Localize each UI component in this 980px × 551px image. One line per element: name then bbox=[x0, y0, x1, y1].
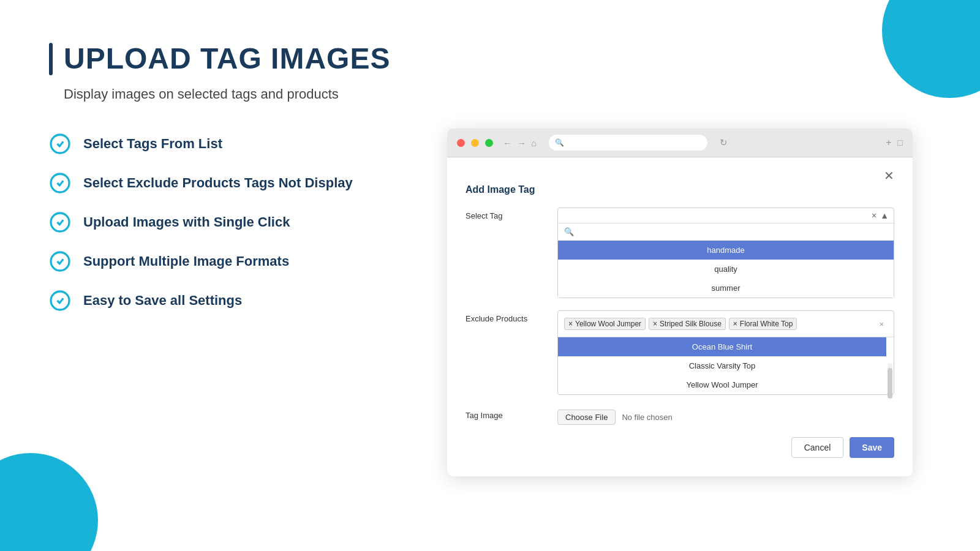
select-tag-row: Select Tag × ▲ 🔍 handmade quality summer bbox=[466, 208, 894, 298]
chip-yellow-wool-jumper: × Yellow Wool Jumper bbox=[564, 318, 646, 330]
save-button[interactable]: Save bbox=[850, 437, 894, 458]
select-tag-dropdown-container: × ▲ 🔍 handmade quality summer bbox=[557, 208, 894, 298]
modal-footer: Cancel Save bbox=[466, 437, 894, 458]
scrollbar-thumb[interactable] bbox=[888, 368, 892, 399]
no-file-text: No file chosen bbox=[622, 413, 672, 422]
feature-item-5: Easy to Save all Settings bbox=[49, 290, 392, 312]
modal-close-button[interactable]: ✕ bbox=[884, 170, 894, 182]
tag-search-box: 🔍 bbox=[558, 223, 894, 241]
select-tag-expand-btn[interactable]: ▲ bbox=[880, 211, 889, 220]
modal-content: ✕ Add Image Tag Select Tag × ▲ 🔍 handmad… bbox=[447, 157, 913, 476]
exclude-products-label: Exclude Products bbox=[466, 310, 545, 323]
tag-option-handmade[interactable]: handmade bbox=[558, 241, 894, 260]
check-icon-2 bbox=[49, 172, 71, 194]
page-subtitle: Display images on selected tags and prod… bbox=[64, 86, 392, 102]
exclude-option-ocean-blue[interactable]: Ocean Blue Shirt bbox=[558, 337, 886, 356]
select-tag-control: × ▲ 🔍 handmade quality summer bbox=[557, 208, 894, 298]
browser-search-bar[interactable]: 🔍 bbox=[549, 135, 707, 151]
browser-dot-red[interactable] bbox=[457, 139, 465, 147]
tag-option-summer[interactable]: summer bbox=[558, 279, 894, 298]
browser-dot-green[interactable] bbox=[485, 139, 493, 147]
tag-search-input[interactable] bbox=[578, 227, 888, 236]
chip-floral-white-top: × Floral White Top bbox=[729, 318, 797, 330]
modal-close-row: ✕ bbox=[466, 170, 894, 182]
tag-image-row: Tag Image Choose File No file chosen bbox=[466, 407, 894, 425]
tag-options-list: handmade quality summer bbox=[558, 241, 894, 298]
browser-mockup: ← → ⌂ 🔍 ↻ + □ ✕ Add Image Tag Select Tag… bbox=[447, 129, 913, 476]
nav-refresh-btn[interactable]: ↻ bbox=[720, 137, 728, 148]
exclude-option-classic-varsity[interactable]: Classic Varsity Top bbox=[558, 356, 886, 375]
title-accent-bar bbox=[49, 43, 53, 75]
svg-point-4 bbox=[51, 291, 69, 310]
minimize-btn[interactable]: □ bbox=[898, 138, 903, 148]
chip-remove-striped[interactable]: × bbox=[653, 320, 657, 328]
svg-point-3 bbox=[51, 252, 69, 271]
chip-remove-yellow[interactable]: × bbox=[568, 320, 573, 328]
exclude-products-row: Exclude Products × Yellow Wool Jumper × … bbox=[466, 310, 894, 395]
svg-point-2 bbox=[51, 213, 69, 231]
tag-option-quality[interactable]: quality bbox=[558, 260, 894, 279]
tags-input-area: × Yellow Wool Jumper × Striped Silk Blou… bbox=[558, 311, 894, 337]
svg-point-1 bbox=[51, 174, 69, 192]
feature-item-4: Support Multiple Image Formats bbox=[49, 250, 392, 272]
exclude-products-control: × Yellow Wool Jumper × Striped Silk Blou… bbox=[557, 310, 894, 395]
browser-bar: ← → ⌂ 🔍 ↻ + □ bbox=[447, 129, 913, 157]
feature-item-3: Upload Images with Single Click bbox=[49, 211, 392, 233]
nav-forward-btn[interactable]: → bbox=[517, 138, 526, 148]
chip-remove-floral[interactable]: × bbox=[733, 320, 737, 328]
check-icon-4 bbox=[49, 250, 71, 272]
tags-clear-all-btn[interactable]: × bbox=[875, 320, 888, 329]
left-panel: UPLOAD TAG IMAGES Display images on sele… bbox=[49, 43, 392, 329]
exclude-option-yellow-wool[interactable]: Yellow Wool Jumper bbox=[558, 375, 886, 394]
cancel-button[interactable]: Cancel bbox=[791, 437, 844, 458]
select-tag-label: Select Tag bbox=[466, 208, 545, 220]
browser-nav: ← → ⌂ bbox=[503, 138, 537, 148]
nav-home-btn[interactable]: ⌂ bbox=[531, 138, 537, 148]
select-tag-clear-btn[interactable]: × bbox=[872, 211, 876, 220]
tag-image-control: Choose File No file chosen bbox=[557, 407, 894, 425]
tag-image-label: Tag Image bbox=[466, 407, 545, 420]
deco-circle-top-right bbox=[882, 0, 980, 98]
check-icon-3 bbox=[49, 211, 71, 233]
browser-dot-yellow[interactable] bbox=[471, 139, 479, 147]
modal-title: Add Image Tag bbox=[466, 184, 894, 195]
chip-striped-silk-blouse: × Striped Silk Blouse bbox=[649, 318, 726, 330]
title-block: UPLOAD TAG IMAGES bbox=[49, 43, 392, 75]
file-input-row: Choose File No file chosen bbox=[557, 407, 894, 425]
nav-back-btn[interactable]: ← bbox=[503, 138, 512, 148]
search-icon: 🔍 bbox=[555, 138, 564, 147]
exclude-dropdown-container: × Yellow Wool Jumper × Striped Silk Blou… bbox=[557, 310, 894, 395]
check-icon-1 bbox=[49, 133, 71, 155]
add-tab-btn[interactable]: + bbox=[886, 137, 891, 148]
select-tag-header: × ▲ bbox=[558, 208, 894, 223]
deco-circle-bottom-left bbox=[0, 453, 98, 551]
exclude-options-list: Ocean Blue Shirt Classic Varsity Top Yel… bbox=[558, 337, 894, 394]
check-icon-5 bbox=[49, 290, 71, 312]
feature-list: Select Tags From List Select Exclude Pro… bbox=[49, 133, 392, 312]
page-title: UPLOAD TAG IMAGES bbox=[64, 43, 390, 75]
feature-item-1: Select Tags From List bbox=[49, 133, 392, 155]
choose-file-button[interactable]: Choose File bbox=[557, 410, 616, 425]
svg-point-0 bbox=[51, 135, 69, 153]
feature-item-2: Select Exclude Products Tags Not Display bbox=[49, 172, 392, 194]
tag-search-icon: 🔍 bbox=[564, 227, 574, 236]
